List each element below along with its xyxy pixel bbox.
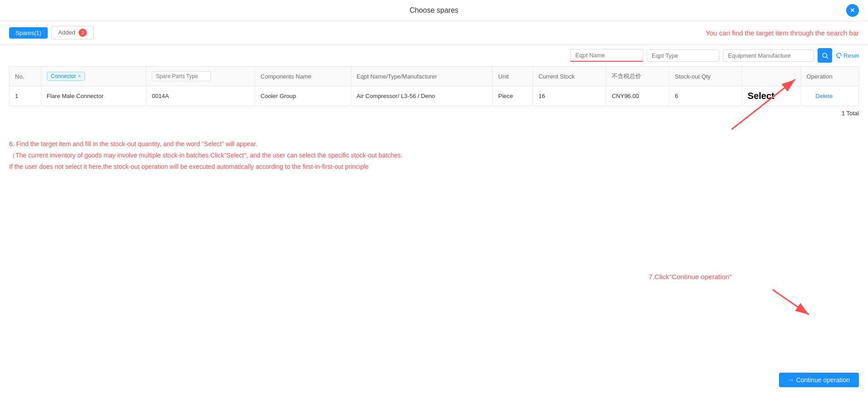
search-icon bbox=[822, 52, 828, 59]
annotation-line3: If the user does not select it here,the … bbox=[9, 161, 859, 172]
tab-added[interactable]: Added 2 bbox=[51, 26, 94, 39]
step7-arrow bbox=[763, 285, 818, 321]
cell-components-name: Cooler Group bbox=[255, 86, 351, 106]
search-button[interactable] bbox=[818, 48, 832, 63]
tab-spares[interactable]: Spares(1) bbox=[9, 27, 48, 39]
col-components-name: Components Name bbox=[255, 67, 351, 86]
delete-link[interactable]: Delete bbox=[816, 93, 833, 99]
spares-table: No. Connector × Components Name Eqpt Nam… bbox=[9, 66, 859, 106]
cell-operation: Delete bbox=[801, 86, 858, 106]
annotation-section: 6. Find the target item and fill in the … bbox=[0, 120, 868, 182]
step7-arrow-container bbox=[0, 281, 868, 323]
tabs-row: Spares(1) Added 2 You can find the targe… bbox=[0, 21, 868, 44]
table-header-row: No. Connector × Components Name Eqpt Nam… bbox=[10, 67, 859, 86]
close-button[interactable]: × bbox=[846, 4, 859, 17]
search-hint: You can find the target item through the… bbox=[706, 29, 859, 37]
annotation-line1: 6. Find the target item and fill in the … bbox=[9, 138, 859, 150]
step7-section: 7.Click"Continue operation" bbox=[0, 182, 868, 323]
step7-label: 7.Click"Continue operation" bbox=[0, 182, 868, 281]
cell-eqpt-info: Air Compressor/ L3-56 / Deno bbox=[351, 86, 493, 106]
svg-line-1 bbox=[826, 57, 828, 58]
col-price: 不含税总价 bbox=[606, 67, 669, 86]
col-current-stock: Current Stock bbox=[533, 67, 606, 86]
added-badge: 2 bbox=[79, 29, 87, 37]
cell-stock-out-qty: 6 bbox=[669, 86, 742, 106]
search-bar: Reset bbox=[0, 44, 868, 66]
footer: → Continue operation bbox=[770, 366, 868, 394]
continue-button[interactable]: → Continue operation bbox=[779, 373, 859, 387]
cell-price: CNY96.00 bbox=[606, 86, 669, 106]
cell-no: 1 bbox=[10, 86, 41, 106]
cell-select: Select bbox=[742, 86, 801, 106]
equipment-manufacture-input[interactable] bbox=[723, 49, 814, 62]
dialog-title: Choose spares bbox=[409, 6, 459, 15]
svg-line-5 bbox=[773, 290, 809, 315]
connector-filter-close[interactable]: × bbox=[78, 73, 81, 79]
col-select bbox=[742, 67, 801, 86]
table-row: 1 Flare Male Connector 0014A Cooler Grou… bbox=[10, 86, 859, 106]
col-no: No. bbox=[10, 67, 41, 86]
col-unit: Unit bbox=[493, 67, 533, 86]
eqpt-type-input[interactable] bbox=[647, 49, 719, 62]
col-connector: Connector × bbox=[41, 67, 146, 86]
col-operation: Operation bbox=[801, 67, 858, 86]
reset-icon bbox=[836, 52, 842, 59]
connector-filter-tag: Connector × bbox=[47, 72, 85, 81]
col-spare-parts-type bbox=[146, 67, 255, 86]
spare-parts-type-input[interactable] bbox=[152, 71, 211, 81]
select-button[interactable]: Select bbox=[748, 91, 774, 101]
cell-unit: Piece bbox=[493, 86, 533, 106]
col-stock-out-qty: Stock-out Qty bbox=[669, 67, 742, 86]
cell-connector: Flare Male Connector bbox=[41, 86, 146, 106]
reset-button[interactable]: Reset bbox=[836, 52, 859, 59]
cell-spare-parts-type: 0014A bbox=[146, 86, 255, 106]
table-container: No. Connector × Components Name Eqpt Nam… bbox=[0, 66, 868, 106]
total-row: 1 Total bbox=[0, 106, 868, 120]
dialog-header: Choose spares × bbox=[0, 0, 868, 21]
annotation-line2: （The current inventory of goods may invo… bbox=[9, 150, 859, 161]
cell-current-stock: 16 bbox=[533, 86, 606, 106]
col-eqpt-info: Eqpt Name/Type/Manufacturer bbox=[351, 67, 493, 86]
eqpt-name-input[interactable] bbox=[570, 49, 643, 62]
